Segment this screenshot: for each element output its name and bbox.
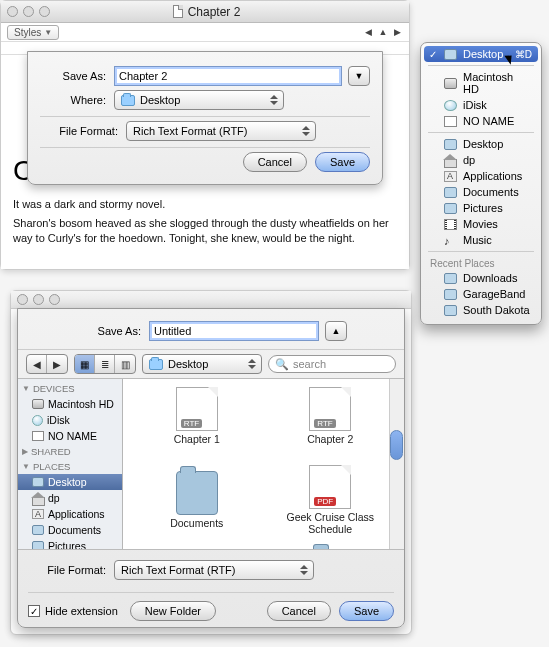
new-folder-button[interactable]: New Folder xyxy=(130,601,216,621)
chevron-down-icon: ▼ xyxy=(44,28,52,37)
location-popup[interactable]: Desktop xyxy=(142,354,262,374)
save-button[interactable]: Save xyxy=(315,152,370,172)
popup-item[interactable]: dp xyxy=(424,152,538,168)
popup-item[interactable]: Movies xyxy=(424,216,538,232)
search-input[interactable]: 🔍 search xyxy=(268,355,396,373)
popup-item[interactable]: Music xyxy=(424,232,538,248)
back-button[interactable]: ◀ xyxy=(27,355,47,373)
browser-nav-bar: ◀ ▶ ▦ ≣ ▥ Desktop 🔍 search xyxy=(18,349,404,379)
file-item[interactable]: Documents xyxy=(133,465,261,543)
forward-button[interactable]: ▶ xyxy=(47,355,67,373)
file-item[interactable]: iceberg!!.JPG xyxy=(133,543,261,549)
sidebar-item[interactable]: Pictures xyxy=(18,538,122,549)
sidebar-header-devices[interactable]: ▼DEVICES xyxy=(18,381,122,396)
sidebar-item[interactable]: Applications xyxy=(18,506,122,522)
home-icon xyxy=(444,155,457,166)
sidebar-header-shared[interactable]: ▶SHARED xyxy=(18,444,122,459)
where-popup-menu[interactable]: ✓ Desktop ⌘D Macintosh HD iDisk NO NAME … xyxy=(420,42,542,325)
format-label: File Format: xyxy=(40,125,118,137)
dimmed-titlebar xyxy=(11,291,411,309)
styles-label: Styles xyxy=(14,27,41,38)
disclosure-button[interactable]: ▼ xyxy=(348,66,370,86)
file-item[interactable]: Geek Cruise Class Schedule xyxy=(267,465,395,543)
file-item-selected[interactable]: Letters to Congress xyxy=(267,543,395,549)
popup-item-label: Desktop xyxy=(463,48,503,60)
folder-icon xyxy=(444,273,457,284)
applications-icon xyxy=(32,509,44,519)
cancel-button[interactable]: Cancel xyxy=(243,152,307,172)
save-dialog-expanded-window: Save As: ▲ ◀ ▶ ▦ ≣ ▥ Desktop 🔍 xyxy=(10,290,412,635)
popup-item[interactable]: Pictures xyxy=(424,200,538,216)
location-value: Desktop xyxy=(168,358,208,370)
view-switcher[interactable]: ▦ ≣ ▥ xyxy=(74,354,136,374)
popup-item[interactable]: iDisk xyxy=(424,97,538,113)
save-as-label: Save As: xyxy=(75,325,141,337)
sidebar-item[interactable]: Documents xyxy=(18,522,122,538)
minimize-icon[interactable] xyxy=(33,294,44,305)
popup-item[interactable]: South Dakota xyxy=(424,302,538,318)
list-view-button[interactable]: ≣ xyxy=(95,355,115,373)
zoom-icon[interactable] xyxy=(49,294,60,305)
paragraph-2: Sharon's bosom heaved as she slogged thr… xyxy=(13,216,397,246)
chevron-up-icon: ▲ xyxy=(332,326,341,336)
hide-extension-label: Hide extension xyxy=(45,605,118,617)
rtf-icon xyxy=(309,387,351,431)
file-item[interactable]: Chapter 2 xyxy=(267,387,395,465)
column-view-button[interactable]: ▥ xyxy=(115,355,135,373)
sidebar-item[interactable]: NO NAME xyxy=(18,428,122,444)
sidebar-item-desktop[interactable]: Desktop xyxy=(18,474,122,490)
back-forward-buttons[interactable]: ◀ ▶ xyxy=(26,354,68,374)
popup-item[interactable]: Documents xyxy=(424,184,538,200)
alignment-icons[interactable]: ◀ ▲ ▶ xyxy=(365,27,403,37)
save-as-label: Save As: xyxy=(40,70,106,82)
checkmark-icon: ✓ xyxy=(429,49,437,60)
folder-icon xyxy=(444,289,457,300)
scrollbar-track[interactable] xyxy=(389,379,404,549)
drive-icon xyxy=(444,116,457,127)
popup-item[interactable]: Applications xyxy=(424,168,538,184)
home-icon xyxy=(32,493,44,503)
sidebar-item[interactable]: iDisk xyxy=(18,412,122,428)
scrollbar-thumb[interactable] xyxy=(390,430,403,460)
format-value: Rich Text Format (RTF) xyxy=(133,125,248,137)
minimize-icon[interactable] xyxy=(23,6,34,17)
popup-item[interactable]: NO NAME xyxy=(424,113,538,129)
hard-disk-icon xyxy=(444,78,457,89)
close-icon[interactable] xyxy=(7,6,18,17)
drive-icon xyxy=(32,431,44,441)
popup-item[interactable]: Downloads xyxy=(424,270,538,286)
format-popup[interactable]: Rich Text Format (RTF) xyxy=(126,121,316,141)
sidebar-header-places[interactable]: ▼PLACES xyxy=(18,459,122,474)
chapter2-window: Chapter 2 Styles ▼ ◀ ▲ ▶ Save As: ▼ Wher… xyxy=(0,0,410,270)
applications-icon xyxy=(444,171,457,182)
popup-item[interactable]: GarageBand xyxy=(424,286,538,302)
close-icon[interactable] xyxy=(17,294,28,305)
file-item[interactable]: Chapter 1 xyxy=(133,387,261,465)
popup-item[interactable]: Macintosh HD xyxy=(424,69,538,97)
save-as-input[interactable] xyxy=(149,321,319,341)
window-title: Chapter 2 xyxy=(50,5,363,19)
folder-icon xyxy=(121,95,135,106)
popup-item-desktop[interactable]: ✓ Desktop ⌘D xyxy=(424,46,538,62)
save-as-input[interactable] xyxy=(114,66,342,86)
format-popup[interactable]: Rich Text Format (RTF) xyxy=(114,560,314,580)
where-popup[interactable]: Desktop xyxy=(114,90,284,110)
folder-icon xyxy=(444,203,457,214)
save-button[interactable]: Save xyxy=(339,601,394,621)
window-title-text: Chapter 2 xyxy=(188,5,241,19)
styles-menu[interactable]: Styles ▼ xyxy=(7,25,59,40)
icon-view-button[interactable]: ▦ xyxy=(75,355,95,373)
zoom-icon[interactable] xyxy=(39,6,50,17)
sidebar-item[interactable]: dp xyxy=(18,490,122,506)
save-sheet-expanded: Save As: ▲ ◀ ▶ ▦ ≣ ▥ Desktop 🔍 xyxy=(17,308,405,628)
file-browser[interactable]: Chapter 1 Chapter 2 Documents Geek Cruis… xyxy=(123,379,404,549)
where-value: Desktop xyxy=(140,94,180,106)
hide-extension-checkbox[interactable]: ✓ Hide extension xyxy=(28,605,118,617)
hard-disk-icon xyxy=(32,399,44,409)
popup-item[interactable]: Desktop xyxy=(424,136,538,152)
disclosure-button[interactable]: ▲ xyxy=(325,321,347,341)
sidebar-item[interactable]: Macintosh HD xyxy=(18,396,122,412)
cancel-button[interactable]: Cancel xyxy=(267,601,331,621)
recent-places-header: Recent Places xyxy=(424,255,538,270)
idisk-icon xyxy=(32,415,43,426)
